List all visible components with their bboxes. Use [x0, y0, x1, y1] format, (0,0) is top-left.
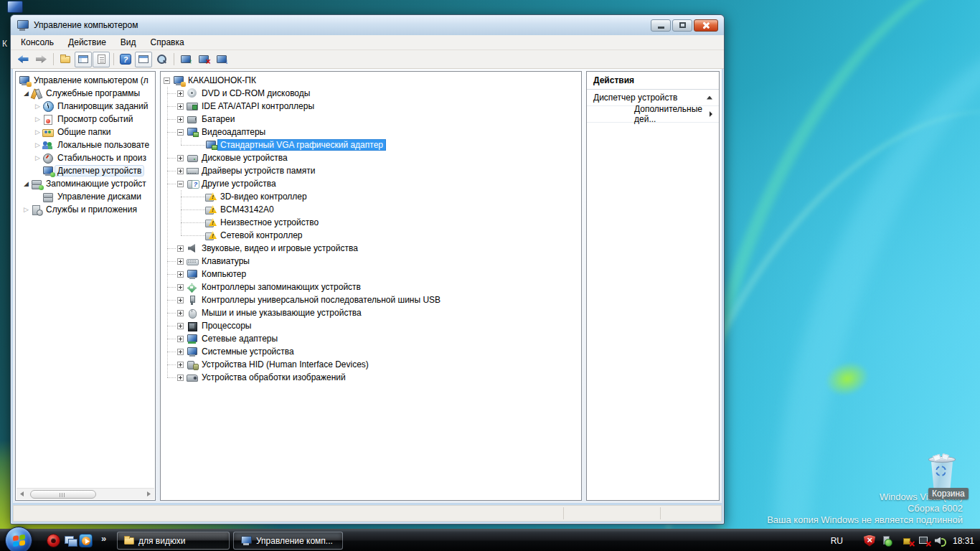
device-category-row[interactable]: Компьютер	[161, 268, 581, 281]
update-driver-button[interactable]: ↑	[177, 52, 194, 67]
device-category-row[interactable]: Процессоры	[161, 319, 581, 332]
device-category-row[interactable]: Дисковые устройства	[161, 151, 581, 164]
uninstall-device-button[interactable]: ×	[195, 52, 212, 67]
device-category-row[interactable]: Батареи	[161, 113, 581, 126]
device-category-row[interactable]: Контроллеры универсальной последовательн…	[161, 293, 581, 306]
tree-item-task-scheduler[interactable]: ▷ Планировщик заданий	[16, 100, 155, 113]
quick-launch-app-icon[interactable]	[47, 534, 60, 547]
device-category-row[interactable]: DVD и CD-ROM дисководы	[161, 87, 581, 100]
unknown-device-row[interactable]: Неизвестное устройство	[161, 216, 581, 229]
minimize-button[interactable]	[651, 19, 671, 32]
clock[interactable]: 18:31	[953, 536, 974, 546]
tree-item-computer-management[interactable]: Управление компьютером (л	[16, 74, 155, 87]
disable-device-button[interactable]: ↓	[213, 52, 230, 67]
maximize-button[interactable]	[672, 19, 692, 32]
tree-item-storage[interactable]: ◢ Запоминающие устройст	[16, 177, 155, 190]
taskbar-button-management[interactable]: Управление комп...	[233, 532, 343, 550]
collapse-minus-icon[interactable]	[177, 129, 184, 136]
help-button[interactable]: ?	[117, 52, 134, 67]
expand-plus-icon[interactable]	[177, 90, 184, 97]
expand-plus-icon[interactable]	[177, 336, 184, 342]
security-alert-icon[interactable]	[864, 535, 875, 547]
recycle-bin-label[interactable]: Корзина	[928, 488, 969, 499]
power-error-icon[interactable]	[902, 535, 913, 547]
expand-plus-icon[interactable]	[177, 258, 184, 265]
collapsed-arrow-icon[interactable]: ▷	[33, 138, 42, 151]
quick-launch-overflow-chevron[interactable]: »	[101, 533, 105, 544]
close-button[interactable]	[694, 19, 718, 32]
desktop-icon-partial[interactable]	[7, 1, 23, 13]
device-category-row[interactable]: Звуковые, видео и игровые устройства	[161, 242, 581, 255]
menu-view[interactable]: Вид	[113, 36, 143, 49]
safely-remove-hardware-icon[interactable]	[880, 535, 892, 547]
expand-plus-icon[interactable]	[177, 310, 184, 316]
device-category-row[interactable]: Видеоадаптеры	[161, 126, 581, 138]
expand-plus-icon[interactable]	[177, 271, 184, 278]
volume-icon[interactable]	[935, 535, 946, 547]
tree-item-device-manager[interactable]: Диспетчер устройств	[16, 164, 155, 177]
collapsed-arrow-icon[interactable]: ▷	[22, 203, 31, 216]
collapse-group-icon[interactable]	[707, 96, 712, 100]
language-indicator[interactable]: RU	[831, 536, 843, 546]
console-tree-toggle-button[interactable]	[75, 52, 92, 67]
scrollbar-thumb[interactable]	[30, 490, 96, 499]
expand-plus-icon[interactable]	[177, 362, 184, 368]
show-console-tree-button[interactable]	[57, 52, 74, 67]
collapsed-arrow-icon[interactable]: ▷	[33, 113, 42, 126]
device-category-row[interactable]: Устройства обработки изображений	[161, 371, 581, 384]
unknown-device-row[interactable]: Сетевой контроллер	[161, 229, 581, 242]
action-pane-toggle-button[interactable]	[135, 52, 152, 67]
scan-hardware-button[interactable]	[153, 52, 170, 67]
expanded-arrow-icon[interactable]: ◢	[22, 87, 31, 100]
media-player-icon[interactable]	[79, 534, 93, 547]
tree-item-shared-folders[interactable]: ▷ Общие папки	[16, 126, 155, 138]
device-category-row[interactable]: IDE ATA/ATAPI контроллеры	[161, 100, 581, 113]
device-category-row[interactable]: Устройства HID (Human Interface Devices)	[161, 358, 581, 371]
tree-item-event-viewer[interactable]: ▷ Просмотр событий	[16, 113, 155, 126]
expanded-arrow-icon[interactable]: ◢	[22, 177, 31, 190]
menu-help[interactable]: Справка	[143, 36, 192, 49]
expand-plus-icon[interactable]	[177, 155, 184, 161]
scroll-left-button[interactable]	[17, 489, 27, 499]
device-category-row[interactable]: Системные устройства	[161, 345, 581, 358]
collapse-minus-icon[interactable]	[164, 77, 170, 84]
expand-plus-icon[interactable]	[177, 284, 184, 291]
scrollbar-track[interactable]	[27, 489, 143, 499]
forward-button[interactable]	[32, 52, 50, 67]
back-button[interactable]	[14, 52, 32, 67]
device-category-row[interactable]: Сетевые адаптеры	[161, 332, 581, 345]
collapse-minus-icon[interactable]	[177, 181, 184, 187]
collapsed-arrow-icon[interactable]: ▷	[33, 126, 42, 138]
network-error-icon[interactable]	[918, 535, 930, 547]
expand-plus-icon[interactable]	[177, 375, 184, 381]
collapsed-arrow-icon[interactable]: ▷	[33, 151, 42, 164]
tree-item-services[interactable]: ▷ Службы и приложения	[16, 203, 155, 216]
device-root-row[interactable]: КАКАШОНОК-ПК	[161, 74, 581, 87]
tree-item-local-users[interactable]: ▷ Локальные пользовате	[16, 138, 155, 151]
device-category-row[interactable]: Мыши и иные указывающие устройства	[161, 306, 581, 319]
properties-button[interactable]	[93, 52, 110, 67]
expand-plus-icon[interactable]	[177, 297, 184, 303]
device-row-selected[interactable]: Стандартный VGA графический адаптер	[161, 138, 581, 151]
start-button[interactable]	[5, 527, 32, 551]
menu-action[interactable]: Действие	[61, 36, 113, 49]
taskbar-button-folder[interactable]: для видюхи	[117, 532, 230, 550]
scroll-right-button[interactable]	[143, 489, 154, 499]
device-category-row[interactable]: Драйверы устройств памяти	[161, 164, 581, 177]
switch-windows-icon[interactable]	[64, 534, 77, 547]
recycle-bin-icon[interactable]	[927, 455, 957, 489]
expand-plus-icon[interactable]	[177, 323, 184, 329]
expand-plus-icon[interactable]	[177, 245, 184, 252]
expand-plus-icon[interactable]	[177, 168, 184, 174]
expand-plus-icon[interactable]	[177, 116, 184, 123]
tree-item-system-tools[interactable]: ◢ Служебные программы	[16, 87, 155, 100]
more-actions-item[interactable]: Дополнительные дей...	[587, 106, 719, 123]
tree-item-disk-management[interactable]: Управление дисками	[16, 190, 155, 203]
collapsed-arrow-icon[interactable]: ▷	[33, 100, 42, 113]
horizontal-scrollbar[interactable]	[17, 488, 154, 499]
tree-item-reliability[interactable]: ▷ Стабильность и произ	[16, 151, 155, 164]
device-category-row[interactable]: Другие устройства	[161, 177, 581, 190]
expand-plus-icon[interactable]	[177, 349, 184, 355]
expand-plus-icon[interactable]	[177, 103, 184, 110]
device-category-row[interactable]: Контроллеры запоминающих устройств	[161, 281, 581, 293]
